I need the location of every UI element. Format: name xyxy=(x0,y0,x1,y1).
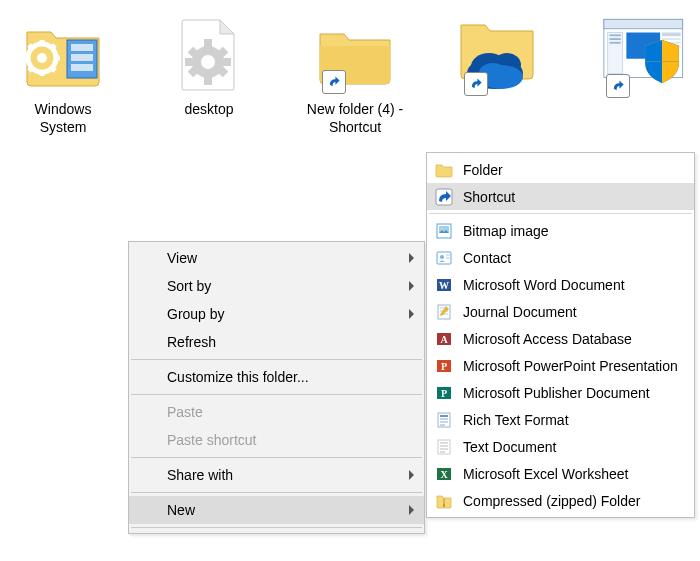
sub-item-folder[interactable]: Folder xyxy=(427,156,694,183)
ctx-item-label: Group by xyxy=(167,306,225,322)
ctx-separator xyxy=(131,457,422,458)
desktop-item-label: desktop xyxy=(184,100,233,118)
publisher-icon: P xyxy=(435,384,453,402)
svg-point-45 xyxy=(440,255,444,259)
sub-item-contact[interactable]: Contact xyxy=(427,244,694,271)
svg-text:X: X xyxy=(440,469,448,480)
desktop-item-windows-system[interactable]: Windows System xyxy=(10,10,116,136)
ctx-item-paste-shortcut: Paste shortcut xyxy=(129,426,424,454)
sub-item-excel[interactable]: X Microsoft Excel Worksheet xyxy=(427,460,694,487)
folder-shortcut-icon xyxy=(310,10,400,100)
rtf-icon xyxy=(435,411,453,429)
sub-item-access[interactable]: A Microsoft Access Database xyxy=(427,325,694,352)
sub-item-zip[interactable]: Compressed (zipped) Folder xyxy=(427,487,694,514)
context-submenu-new: Folder Shortcut Bitmap image Contact W M… xyxy=(426,152,695,518)
ctx-separator xyxy=(131,394,422,395)
sub-item-label: Rich Text Format xyxy=(463,412,569,428)
ctx-item-sort-by[interactable]: Sort by xyxy=(129,272,424,300)
svg-rect-16 xyxy=(204,75,212,85)
word-icon: W xyxy=(435,276,453,294)
svg-rect-30 xyxy=(604,19,683,28)
shortcut-overlay-icon xyxy=(464,72,488,96)
svg-rect-36 xyxy=(662,33,681,37)
ctx-item-new[interactable]: New xyxy=(129,496,424,524)
svg-point-23 xyxy=(201,55,215,69)
text-icon xyxy=(435,438,453,456)
svg-point-13 xyxy=(37,53,47,63)
ctx-item-group-by[interactable]: Group by xyxy=(129,300,424,328)
svg-text:W: W xyxy=(439,280,449,291)
shortcut-icon xyxy=(435,188,453,206)
svg-rect-72 xyxy=(443,498,445,507)
svg-rect-3 xyxy=(71,64,93,71)
ctx-item-view[interactable]: View xyxy=(129,244,424,272)
bitmap-icon xyxy=(435,222,453,240)
sub-item-label: Compressed (zipped) Folder xyxy=(463,493,640,509)
ctx-separator xyxy=(131,359,422,360)
desktop-item-onedrive[interactable] xyxy=(448,10,554,136)
svg-rect-1 xyxy=(71,44,93,51)
context-menu: View Sort by Group by Refresh Customize … xyxy=(128,241,425,534)
window-shield-icon xyxy=(602,10,692,100)
desktop-item-window-shield[interactable] xyxy=(594,10,700,136)
sub-item-powerpoint[interactable]: P Microsoft PowerPoint Presentation xyxy=(427,352,694,379)
sub-item-word[interactable]: W Microsoft Word Document xyxy=(427,271,694,298)
chevron-right-icon xyxy=(409,309,414,319)
sub-item-rtf[interactable]: Rich Text Format xyxy=(427,406,694,433)
sub-item-label: Microsoft PowerPoint Presentation xyxy=(463,358,678,374)
sub-item-label: Folder xyxy=(463,162,503,178)
sub-item-journal[interactable]: Journal Document xyxy=(427,298,694,325)
powerpoint-icon: P xyxy=(435,357,453,375)
sub-item-label: Microsoft Word Document xyxy=(463,277,625,293)
sub-item-publisher[interactable]: P Microsoft Publisher Document xyxy=(427,379,694,406)
contact-icon xyxy=(435,249,453,267)
svg-rect-18 xyxy=(221,58,231,66)
desktop-item-label: New folder (4) - Shortcut xyxy=(302,100,408,136)
shortcut-overlay-icon xyxy=(606,74,630,98)
desktop-item-desktop-ini[interactable]: desktop xyxy=(156,10,262,136)
ctx-separator xyxy=(131,492,422,493)
desktop-item-label: Windows System xyxy=(10,100,116,136)
svg-rect-37 xyxy=(662,38,681,40)
sub-item-label: Microsoft Excel Worksheet xyxy=(463,466,628,482)
svg-line-11 xyxy=(29,67,33,71)
ctx-item-refresh[interactable]: Refresh xyxy=(129,328,424,356)
sub-item-label: Contact xyxy=(463,250,511,266)
shortcut-overlay-icon xyxy=(322,70,346,94)
folder-icon xyxy=(435,161,453,179)
ctx-item-label: Paste shortcut xyxy=(167,432,257,448)
ctx-item-paste: Paste xyxy=(129,398,424,426)
svg-text:P: P xyxy=(441,361,447,372)
chevron-right-icon xyxy=(409,470,414,480)
svg-rect-32 xyxy=(610,34,621,36)
ctx-item-label: Customize this folder... xyxy=(167,369,309,385)
ctx-item-share-with[interactable]: Share with xyxy=(129,461,424,489)
svg-line-10 xyxy=(51,67,55,71)
sub-item-shortcut[interactable]: Shortcut xyxy=(427,183,694,210)
folder-gear-icon xyxy=(18,10,108,100)
folder-onedrive-icon xyxy=(456,10,546,100)
svg-rect-34 xyxy=(610,42,621,44)
ctx-item-label: Refresh xyxy=(167,334,216,350)
ctx-item-customize[interactable]: Customize this folder... xyxy=(129,363,424,391)
chevron-right-icon xyxy=(409,281,414,291)
sub-item-text[interactable]: Text Document xyxy=(427,433,694,460)
sub-item-label: Bitmap image xyxy=(463,223,549,239)
sub-item-label: Shortcut xyxy=(463,189,515,205)
sub-item-label: Microsoft Publisher Document xyxy=(463,385,650,401)
ctx-item-label: New xyxy=(167,502,195,518)
svg-text:A: A xyxy=(440,334,448,345)
svg-rect-33 xyxy=(610,38,621,40)
sub-item-label: Microsoft Access Database xyxy=(463,331,632,347)
svg-point-43 xyxy=(441,227,444,230)
ctx-item-label: Paste xyxy=(167,404,203,420)
sub-separator xyxy=(429,213,692,214)
svg-line-9 xyxy=(29,45,33,49)
journal-icon xyxy=(435,303,453,321)
sub-item-bitmap[interactable]: Bitmap image xyxy=(427,217,694,244)
sub-item-label: Text Document xyxy=(463,439,556,455)
desktop-item-new-folder-shortcut[interactable]: New folder (4) - Shortcut xyxy=(302,10,408,136)
chevron-right-icon xyxy=(409,505,414,515)
svg-rect-17 xyxy=(185,58,195,66)
ctx-item-label: Sort by xyxy=(167,278,211,294)
